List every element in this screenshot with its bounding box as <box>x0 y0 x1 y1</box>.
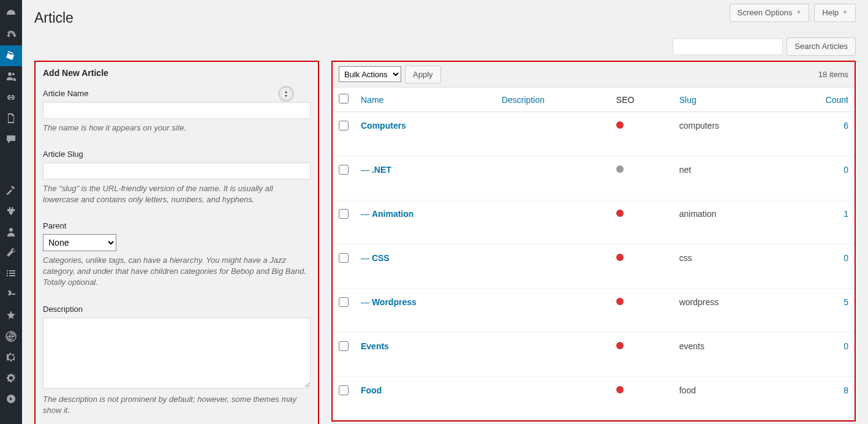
description-textarea[interactable] <box>43 317 311 388</box>
table-row: Eventsevents0 <box>333 333 855 377</box>
seo-dot-icon <box>616 121 624 129</box>
screen-options-label: Screen Options <box>738 7 793 19</box>
posts-icon[interactable] <box>0 45 22 66</box>
row-slug: wordpress <box>673 289 782 333</box>
row-checkbox[interactable] <box>339 297 349 307</box>
table-row: — CSScss0 <box>333 244 855 289</box>
table-row: — Animationanimation1 <box>333 200 855 244</box>
seo-dot-icon <box>616 165 624 173</box>
row-name-link[interactable]: Food <box>361 385 382 395</box>
row-description <box>496 289 610 333</box>
name-help: The name is how it appears on your site. <box>43 123 311 134</box>
search-input[interactable] <box>673 38 783 55</box>
row-count-link[interactable]: 5 <box>843 297 848 307</box>
article-slug-input[interactable] <box>43 162 311 180</box>
updates-icon[interactable] <box>0 25 22 45</box>
form-title: Add New Article <box>43 68 311 78</box>
collapse-icon[interactable] <box>0 388 22 409</box>
add-new-panel: Add New Article ▲▼ Article Name The name… <box>34 61 319 425</box>
seo-dot-icon <box>616 386 624 393</box>
bulk-actions-select[interactable]: Bulk Actions <box>339 66 401 82</box>
help-button[interactable]: Help▼ <box>814 4 856 22</box>
slug-label: Article Slug <box>43 150 311 159</box>
parent-select[interactable]: None <box>43 234 116 251</box>
row-checkbox[interactable] <box>339 165 349 175</box>
parent-help: Categories, unlike tags, can have a hier… <box>43 255 311 289</box>
table-row: — .NETnet0 <box>333 156 855 200</box>
row-name-link[interactable]: Animation <box>372 209 413 219</box>
plugins-icon[interactable] <box>0 201 22 222</box>
dashboard-icon[interactable] <box>0 4 22 25</box>
row-prefix: — <box>361 209 372 219</box>
name-label: Article Name <box>43 89 311 98</box>
row-name-link[interactable]: Events <box>361 341 389 351</box>
users-icon[interactable] <box>0 222 22 243</box>
row-count-link[interactable]: 0 <box>843 341 848 351</box>
chevron-down-icon: ▼ <box>842 9 848 17</box>
row-count-link[interactable]: 6 <box>843 121 848 131</box>
slug-help: The "slug" is the URL-friendly version o… <box>43 183 311 205</box>
row-name-link[interactable]: CSS <box>372 253 390 263</box>
seo-icon[interactable] <box>0 284 22 305</box>
table-row: Foodfood8 <box>333 377 855 421</box>
comments-icon[interactable] <box>0 129 22 150</box>
apply-button[interactable]: Apply <box>405 66 441 84</box>
desc-help: The description is not prominent by defa… <box>43 394 311 416</box>
pages-icon[interactable] <box>0 108 22 129</box>
row-count-link[interactable]: 1 <box>843 209 848 219</box>
row-description <box>496 200 610 244</box>
screen-options-button[interactable]: Screen Options▼ <box>730 4 810 22</box>
globe-icon[interactable] <box>0 326 22 347</box>
select-all-checkbox[interactable] <box>339 94 349 104</box>
table-row: Computerscomputers6 <box>333 112 855 156</box>
articles-table: Name Description SEO Slug Count Computer… <box>333 87 855 420</box>
row-description <box>496 244 610 289</box>
search-button[interactable]: Search Articles <box>787 37 856 56</box>
row-slug: food <box>673 377 782 421</box>
row-checkbox[interactable] <box>339 341 349 351</box>
seo-dot-icon <box>616 210 624 217</box>
links-icon[interactable] <box>0 87 22 108</box>
col-count[interactable]: Count <box>826 95 848 105</box>
row-count-link[interactable]: 0 <box>843 253 848 263</box>
row-count-link[interactable]: 8 <box>843 385 848 395</box>
row-description <box>496 156 610 200</box>
row-slug: animation <box>673 200 782 244</box>
star-icon[interactable] <box>0 305 22 326</box>
article-name-input[interactable] <box>43 102 311 119</box>
row-prefix: — <box>361 297 372 307</box>
row-description <box>496 112 610 156</box>
row-slug: css <box>673 244 782 289</box>
gear-icon[interactable] <box>0 347 22 368</box>
row-slug: events <box>673 333 782 377</box>
seo-dot-icon <box>616 298 624 305</box>
row-description <box>496 377 610 421</box>
row-description <box>496 333 610 377</box>
row-prefix: — <box>361 165 372 175</box>
parent-label: Parent <box>43 221 311 230</box>
col-name[interactable]: Name <box>361 95 383 105</box>
admin-sidebar <box>0 0 22 424</box>
col-seo: SEO <box>610 88 673 112</box>
table-row: — Wordpresswordpress5 <box>333 289 855 333</box>
appearance-icon[interactable] <box>0 180 22 201</box>
row-slug: net <box>673 156 782 200</box>
items-count: 18 items <box>818 70 848 79</box>
seo-dot-icon <box>616 342 624 349</box>
row-name-link[interactable]: Computers <box>361 121 406 131</box>
settings-icon[interactable] <box>0 263 22 284</box>
tools-icon[interactable] <box>0 243 22 263</box>
col-slug[interactable]: Slug <box>679 95 696 105</box>
settings2-icon[interactable] <box>0 368 22 388</box>
row-checkbox[interactable] <box>339 121 349 131</box>
seo-dot-icon <box>616 254 624 261</box>
drag-handle-icon[interactable]: ▲▼ <box>279 86 293 101</box>
row-checkbox[interactable] <box>339 209 349 219</box>
row-name-link[interactable]: .NET <box>372 165 391 175</box>
row-checkbox[interactable] <box>339 253 349 263</box>
col-description[interactable]: Description <box>502 95 545 105</box>
media-icon[interactable] <box>0 66 22 87</box>
row-count-link[interactable]: 0 <box>843 165 848 175</box>
row-name-link[interactable]: Wordpress <box>372 297 417 307</box>
row-checkbox[interactable] <box>339 385 349 395</box>
